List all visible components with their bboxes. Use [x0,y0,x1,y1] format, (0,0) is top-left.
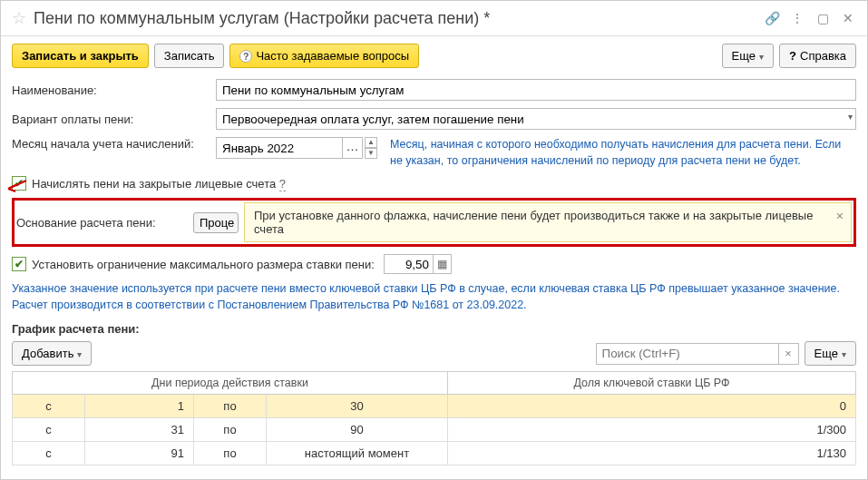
table-more-button[interactable]: Еще▾ [805,341,856,366]
tooltip: При установке данного флажка, начисление… [244,202,852,242]
faq-button[interactable]: ?Часто задаваемые вопросы [229,44,419,68]
schedule-table: Дни периода действия ставки Доля ключево… [12,371,856,465]
month-input[interactable] [216,137,343,159]
table-row[interactable]: с 1 по 30 0 [13,395,856,418]
more-button[interactable]: Еще▾ [722,44,774,68]
name-input[interactable] [216,79,856,101]
max-rate-label: Установить ограничение максимального раз… [32,258,375,271]
more-vertical-icon[interactable]: ⋮ [789,11,805,25]
help-button[interactable]: ?Справка [779,44,856,68]
closed-accounts-label: Начислять пени на закрытые лицевые счета… [32,177,286,191]
calculator-icon[interactable]: ▦ [434,254,452,274]
search-input[interactable] [597,344,778,364]
variant-select[interactable] [216,108,856,130]
chevron-down-icon: ▾ [759,52,764,62]
help-link-icon[interactable]: ? [279,177,286,191]
max-rate-checkbox[interactable] [12,257,26,271]
maximize-icon[interactable]: ▢ [814,11,831,25]
max-rate-input[interactable] [384,254,434,274]
highlighted-tooltip-box: Основание расчета пени: Проце При устано… [12,198,856,247]
variant-label: Вариант оплаты пени: [12,113,216,126]
save-and-close-button[interactable]: Записать и закрыть [12,44,149,68]
table-row[interactable]: с 31 по 90 1/300 [13,418,856,442]
name-label: Наименование: [12,83,216,97]
table-header-days: Дни периода действия ставки [13,372,448,395]
question-icon: ? [239,50,252,63]
basis-label: Основание расчета пени: [16,216,193,230]
basis-button[interactable]: Проце [193,212,239,233]
month-picker-button[interactable]: … [343,137,363,159]
favorite-star-icon[interactable]: ☆ [12,8,26,28]
schedule-label: График расчета пени: [12,322,856,336]
add-button[interactable]: Добавить▾ [12,341,92,366]
table-row[interactable]: с 91 по настоящий момент 1/130 [13,442,856,465]
rate-info-text: Указанное значение используется при расч… [12,281,856,313]
chevron-down-icon: ▾ [77,349,82,359]
link-icon[interactable]: 🔗 [764,11,780,25]
month-label: Месяц начала учета начислений: [12,137,216,151]
tooltip-close-icon[interactable]: × [836,209,844,223]
chevron-down-icon: ▾ [842,349,846,359]
month-hint: Месяц, начиная с которого необходимо пол… [390,137,856,169]
close-icon[interactable]: ✕ [840,11,856,25]
red-arrow-icon [5,178,28,196]
table-header-share: Доля ключевой ставки ЦБ РФ [448,372,856,395]
window-title: Пени по коммунальным услугам (Настройки … [34,9,755,28]
save-button[interactable]: Записать [154,44,225,68]
search-clear-icon[interactable]: × [778,344,798,364]
spin-up-button[interactable]: ▲ [365,137,377,148]
spin-down-button[interactable]: ▼ [365,148,377,159]
question-icon: ? [789,49,796,63]
